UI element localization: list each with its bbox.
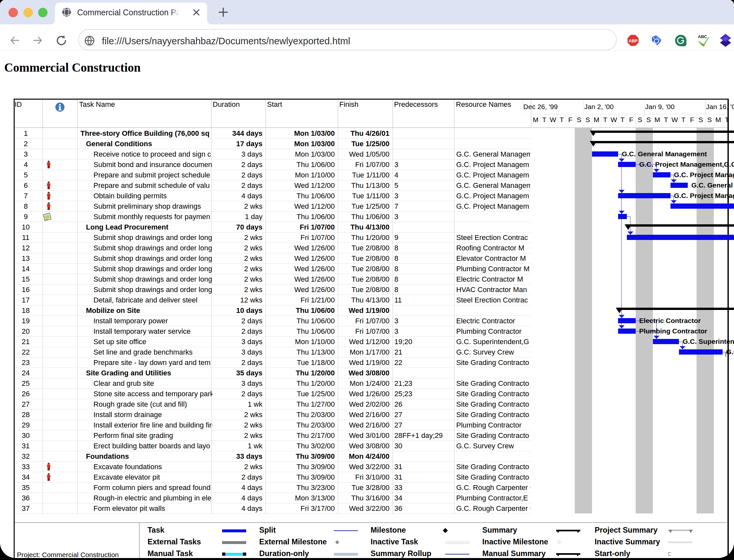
svg-text:ABP: ABP	[628, 38, 638, 43]
svg-text:ABC: ABC	[698, 34, 707, 39]
